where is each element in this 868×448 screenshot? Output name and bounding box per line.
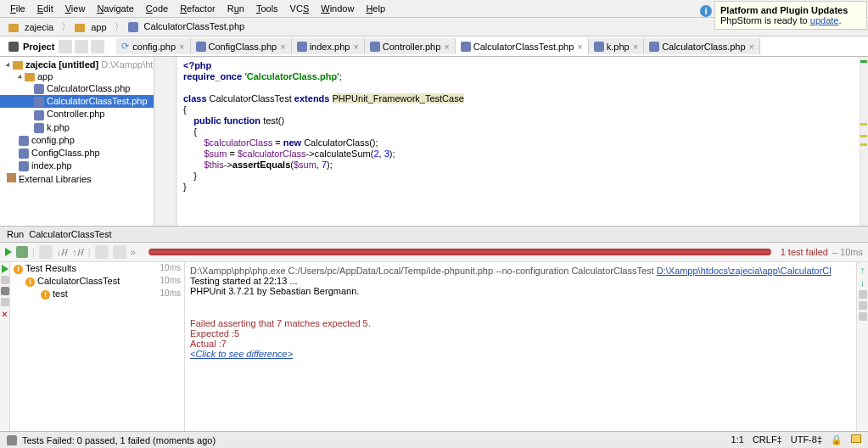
marks-bar (860, 57, 868, 226)
minimize-icon[interactable] (91, 40, 104, 53)
status-icon (7, 435, 17, 445)
collapse-icon[interactable] (59, 40, 72, 53)
notification-popup[interactable]: i Platform and Plugin Updates PhpStorm i… (714, 1, 867, 30)
tree-file-selected[interactable]: CalculatorClassTest.php (0, 95, 154, 108)
tab-config[interactable]: ⟳config.php× (116, 38, 190, 54)
tree-app[interactable]: app (0, 70, 154, 82)
close-icon[interactable]: × (749, 42, 754, 52)
test-root[interactable]: Test Results10ms (10, 262, 184, 275)
bc-app[interactable]: app (71, 21, 113, 33)
close-icon[interactable]: × (577, 42, 582, 52)
close-icon[interactable]: × (444, 42, 449, 52)
php-icon (19, 136, 29, 146)
php-icon (128, 22, 138, 32)
wrap-icon[interactable] (859, 290, 867, 299)
filter-icon[interactable] (16, 246, 28, 258)
close-icon[interactable]: × (633, 42, 638, 52)
menu-navigate[interactable]: Navigate (92, 2, 138, 15)
tree-file[interactable]: Controller.php (0, 108, 154, 120)
php-icon (34, 123, 44, 133)
project-tool-label[interactable]: Project (0, 37, 116, 56)
tabs-bar: Project ⟳config.php× ConfigClass.php× in… (0, 36, 868, 57)
down-icon[interactable]: ↓ (860, 277, 865, 288)
toggle-icon[interactable] (39, 245, 53, 259)
line-ending[interactable]: CRLF‡ (753, 434, 782, 445)
test-class[interactable]: CalculatorClassTest10ms (10, 275, 184, 288)
export-icon[interactable] (95, 245, 109, 259)
close-icon[interactable]: × (353, 42, 358, 52)
tab-calcclass[interactable]: CalculatorClass.php× (644, 38, 760, 54)
tree-file[interactable]: config.php (0, 134, 154, 147)
import-icon[interactable] (113, 245, 126, 259)
up-icon[interactable]: ↑ (860, 265, 865, 275)
php-icon (34, 97, 44, 107)
menu-refactor[interactable]: Refactor (175, 2, 221, 15)
tree-file[interactable]: CalculatorClass.php (0, 82, 154, 95)
fail-summary: 1 test failed (781, 247, 828, 257)
menu-edit[interactable]: Edit (32, 2, 59, 15)
tab-controller[interactable]: Controller.php× (365, 38, 456, 54)
see-diff-link[interactable]: <Click to see difference> (190, 349, 851, 359)
caret-pos[interactable]: 1:1 (731, 434, 744, 445)
menu-run[interactable]: Run (222, 2, 249, 15)
lock-icon[interactable]: 🔒 (831, 434, 843, 445)
tree-file[interactable]: k.php (0, 121, 154, 134)
code-editor[interactable]: <?php require_once 'CalculatorClass.php'… (154, 57, 868, 226)
tab-k[interactable]: k.php× (589, 38, 644, 54)
tool-icon[interactable] (1, 276, 9, 284)
tab-index[interactable]: index.php× (292, 38, 365, 54)
console-output[interactable]: D:\Xampp\php\php.exe C:/Users/pc/AppData… (185, 262, 856, 431)
tree-file[interactable]: index.php (0, 160, 154, 172)
menu-tools[interactable]: Tools (251, 2, 283, 15)
php-icon (34, 110, 44, 120)
scroll-icon[interactable] (859, 301, 867, 310)
menu-code[interactable]: Code (141, 2, 173, 15)
run-icon[interactable] (5, 248, 12, 256)
menu-help[interactable]: Help (361, 2, 390, 15)
php-icon (461, 42, 471, 52)
status-text: Tests Failed: 0 passed, 1 failed (moment… (22, 435, 216, 445)
info-icon: i (700, 5, 712, 17)
bc-root[interactable]: zajecia (5, 21, 60, 33)
tree-root[interactable]: zajecia [untitled] D:\Xampp\htdocs\z (0, 59, 154, 70)
run-right-tools: ↑ ↓ (856, 262, 868, 431)
status-bar: Tests Failed: 0 passed, 1 failed (moment… (0, 431, 868, 448)
print-icon[interactable] (859, 312, 867, 321)
php-icon (19, 161, 29, 171)
close-icon[interactable]: × (179, 42, 184, 52)
menu-file[interactable]: File (5, 2, 31, 15)
close-icon[interactable]: × (2, 309, 7, 319)
tree-ext-lib[interactable]: External Libraries (0, 172, 154, 185)
update-link[interactable]: update (810, 15, 839, 25)
gutter (154, 57, 176, 226)
php-icon (649, 42, 659, 52)
project-icon (8, 42, 19, 52)
hector-icon[interactable] (851, 434, 861, 443)
close-icon[interactable]: × (280, 42, 285, 52)
menu-window[interactable]: Window (316, 2, 359, 15)
bc-file[interactable]: CalculatorClassTest.php (125, 20, 252, 33)
tab-configclass[interactable]: ConfigClass.php× (191, 38, 292, 54)
pin-icon[interactable] (1, 298, 9, 306)
menu-view[interactable]: View (60, 2, 91, 15)
expand-icon[interactable] (17, 75, 23, 81)
menu-vcs[interactable]: VCS (285, 2, 315, 15)
php-icon (297, 42, 307, 52)
modified-icon: ⟳ (121, 41, 129, 52)
php-icon (34, 84, 44, 94)
editor-tabs: ⟳config.php× ConfigClass.php× index.php×… (116, 38, 868, 54)
stop-icon[interactable] (1, 287, 9, 295)
expand-icon[interactable] (5, 63, 11, 69)
gear-icon[interactable] (75, 40, 88, 53)
rerun-icon[interactable] (2, 265, 8, 273)
folder-icon (13, 61, 23, 70)
tree-file[interactable]: ConfigClass.php (0, 147, 154, 160)
test-method[interactable]: test10ms (10, 288, 184, 300)
encoding[interactable]: UTF-8‡ (791, 434, 822, 445)
folder-icon (25, 73, 35, 81)
tab-calctest[interactable]: CalculatorClassTest.php× (456, 38, 589, 54)
notif-body: PhpStorm is ready to update. (720, 15, 861, 25)
run-tool-header[interactable]: Run CalculatorClassTest (0, 226, 868, 243)
php-icon (196, 42, 206, 52)
code-content: <?php require_once 'CalculatorClass.php'… (154, 57, 868, 196)
